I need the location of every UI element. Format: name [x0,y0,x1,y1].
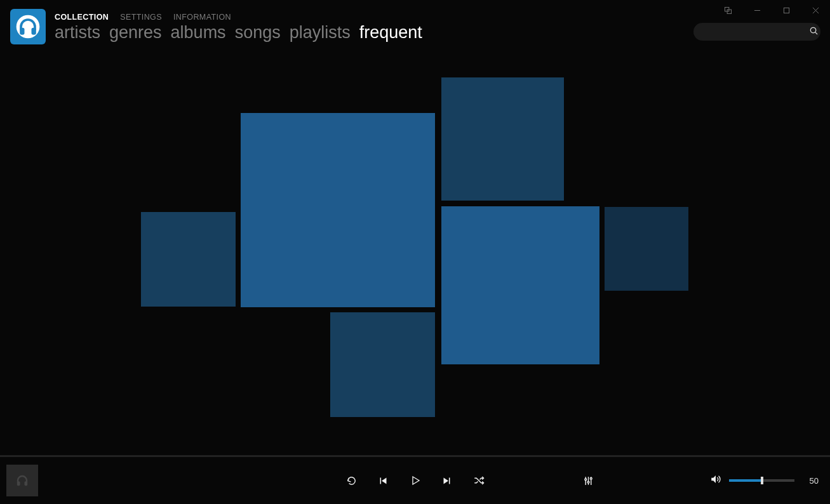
svg-marker-24 [711,475,716,483]
svg-rect-13 [380,477,382,484]
svg-marker-16 [444,477,449,484]
subnav-artists[interactable]: artists [55,23,100,43]
equalizer-button[interactable] [581,474,595,487]
album-tile[interactable] [241,113,435,307]
album-tile[interactable] [141,212,236,307]
search-icon[interactable] [809,26,819,38]
svg-marker-14 [382,477,387,484]
svg-point-9 [810,27,815,32]
nav-collection[interactable]: COLLECTION [55,13,109,22]
volume-icon[interactable] [710,474,721,487]
svg-rect-8 [32,28,36,35]
frequent-tile-canvas [0,44,830,457]
maximize-button[interactable] [772,1,801,20]
subnav-albums[interactable]: albums [171,23,226,43]
mini-player-button[interactable] [713,1,742,20]
volume-slider[interactable] [729,479,794,482]
svg-point-19 [584,478,586,480]
svg-rect-17 [449,477,450,484]
sub-nav: artists genres albums songs playlists fr… [55,23,422,43]
album-tile[interactable] [330,312,435,417]
subnav-playlists[interactable]: playlists [290,23,351,43]
svg-rect-7 [20,28,24,35]
svg-rect-12 [25,481,28,486]
album-tile[interactable] [605,207,688,291]
app-logo[interactable] [10,9,46,44]
search-box[interactable] [693,23,820,41]
album-tile[interactable] [441,206,599,364]
header: COLLECTION SETTINGS INFORMATION artists … [0,0,432,44]
svg-point-23 [590,477,592,479]
subnav-genres[interactable]: genres [109,23,162,43]
top-nav: COLLECTION SETTINGS INFORMATION [55,13,422,22]
svg-line-10 [815,32,817,34]
repeat-button[interactable] [345,474,359,487]
previous-button[interactable] [377,474,391,487]
album-tile[interactable] [441,77,564,201]
nav-information[interactable]: INFORMATION [173,13,231,22]
shuffle-button[interactable] [472,474,486,487]
svg-point-21 [587,481,589,483]
search-input[interactable] [702,27,809,37]
transport-controls [345,474,486,487]
svg-marker-15 [413,477,419,484]
subnav-frequent[interactable]: frequent [359,23,422,43]
minimize-button[interactable] [742,1,772,20]
window-controls [713,0,830,20]
next-button[interactable] [440,474,454,487]
svg-rect-11 [17,481,20,486]
player-bar: 50 [0,457,830,504]
svg-rect-3 [784,8,789,13]
now-playing-art[interactable] [6,465,38,496]
subnav-songs[interactable]: songs [235,23,281,43]
play-button[interactable] [408,474,422,487]
volume-control: 50 [710,474,819,487]
volume-value: 50 [802,476,819,486]
nav-settings[interactable]: SETTINGS [120,13,162,22]
close-button[interactable] [801,1,830,20]
